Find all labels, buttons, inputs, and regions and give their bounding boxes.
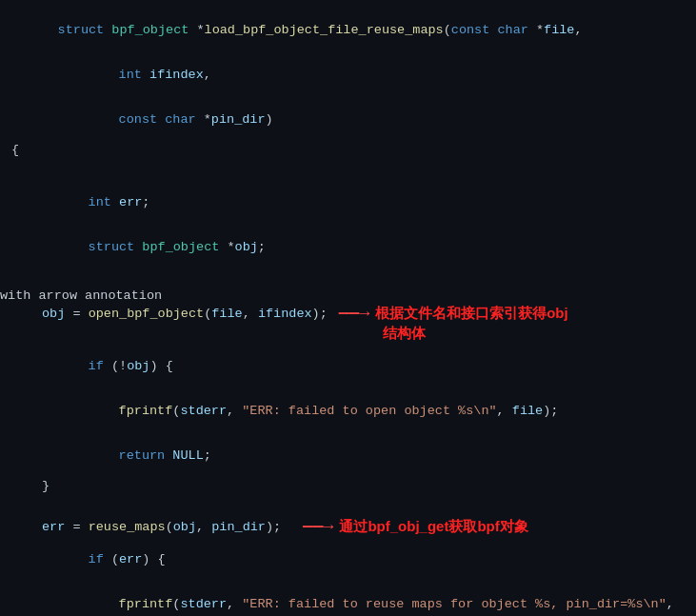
code-line-6: int err;: [0, 180, 696, 225]
code-line-1: struct bpf_object *load_bpf_object_file_…: [0, 8, 696, 52]
kw-int-1: int: [119, 68, 142, 82]
kw-struct: struct: [58, 23, 105, 37]
code-line-16: err = reuse_maps(obj, pin_dir); ——→通过bpf…: [0, 516, 696, 537]
code-line-17: if (err) {: [0, 537, 696, 582]
annotation-text-2: 通过bpf_obj_get获取bpf对象: [339, 518, 527, 536]
annotation-text-1b: 结构体: [383, 325, 426, 343]
code-line-5: [0, 161, 696, 180]
code-line-8: [0, 269, 696, 288]
annotation-text-1: 根据文件名和接口索引获得obj: [375, 305, 568, 323]
arrow-icon-1: ——→: [339, 304, 369, 323]
code-line-4: {: [0, 142, 696, 161]
code-line-18: fprintf(stderr, "ERR: failed to reuse ma…: [0, 582, 696, 616]
code-line-15: [0, 497, 696, 516]
fn-name: load_bpf_object_file_reuse_maps: [205, 23, 444, 37]
code-line-9: obj = open_bpf_object(file, ifindex);——→…: [0, 303, 696, 324]
code-line-11: if (!obj) {: [0, 344, 696, 388]
code-line-10: 结构体: [0, 324, 696, 344]
code-line-14: }: [0, 478, 696, 497]
annotation-1: ——→根据文件名和接口索引获得obj: [335, 304, 568, 323]
code-editor: struct bpf_object *load_bpf_object_file_…: [0, 0, 696, 616]
type-bpf-object: bpf_object: [111, 23, 189, 37]
code-line-12: fprintf(stderr, "ERR: failed to open obj…: [0, 388, 696, 433]
code-line-13: return NULL;: [0, 433, 696, 478]
annotation-2: ——→通过bpf_obj_get获取bpf对象: [288, 517, 528, 536]
arrow-icon-2: ——→: [292, 517, 333, 536]
code-line-7: struct bpf_object *obj;: [0, 225, 696, 269]
code-line-2: int ifindex,: [0, 52, 696, 97]
code-line-3: const char *pin_dir): [0, 97, 696, 142]
